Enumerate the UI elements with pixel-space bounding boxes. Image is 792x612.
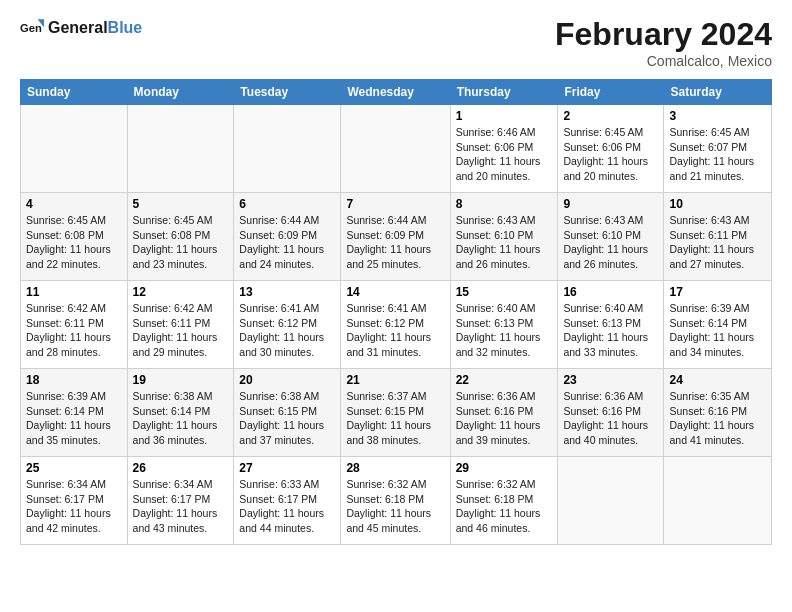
location: Comalcalco, Mexico (555, 53, 772, 69)
calendar-cell: 11Sunrise: 6:42 AMSunset: 6:11 PMDayligh… (21, 281, 128, 369)
svg-text:Gen: Gen (20, 22, 42, 34)
calendar-cell: 18Sunrise: 6:39 AMSunset: 6:14 PMDayligh… (21, 369, 128, 457)
day-number: 20 (239, 373, 335, 387)
header-day-monday: Monday (127, 80, 234, 105)
day-info: Sunrise: 6:43 AMSunset: 6:11 PMDaylight:… (669, 213, 766, 272)
calendar-cell (664, 457, 772, 545)
calendar-week-row: 18Sunrise: 6:39 AMSunset: 6:14 PMDayligh… (21, 369, 772, 457)
calendar-week-row: 25Sunrise: 6:34 AMSunset: 6:17 PMDayligh… (21, 457, 772, 545)
day-number: 18 (26, 373, 122, 387)
header-day-wednesday: Wednesday (341, 80, 450, 105)
day-number: 24 (669, 373, 766, 387)
calendar-cell (127, 105, 234, 193)
day-number: 13 (239, 285, 335, 299)
day-info: Sunrise: 6:34 AMSunset: 6:17 PMDaylight:… (26, 477, 122, 536)
day-info: Sunrise: 6:41 AMSunset: 6:12 PMDaylight:… (346, 301, 444, 360)
calendar-week-row: 4Sunrise: 6:45 AMSunset: 6:08 PMDaylight… (21, 193, 772, 281)
day-info: Sunrise: 6:45 AMSunset: 6:06 PMDaylight:… (563, 125, 658, 184)
calendar-cell: 2Sunrise: 6:45 AMSunset: 6:06 PMDaylight… (558, 105, 664, 193)
day-number: 27 (239, 461, 335, 475)
calendar-cell: 13Sunrise: 6:41 AMSunset: 6:12 PMDayligh… (234, 281, 341, 369)
day-info: Sunrise: 6:45 AMSunset: 6:07 PMDaylight:… (669, 125, 766, 184)
day-number: 26 (133, 461, 229, 475)
day-number: 3 (669, 109, 766, 123)
day-number: 1 (456, 109, 553, 123)
calendar-cell: 20Sunrise: 6:38 AMSunset: 6:15 PMDayligh… (234, 369, 341, 457)
day-info: Sunrise: 6:46 AMSunset: 6:06 PMDaylight:… (456, 125, 553, 184)
day-number: 4 (26, 197, 122, 211)
calendar-cell: 16Sunrise: 6:40 AMSunset: 6:13 PMDayligh… (558, 281, 664, 369)
calendar-cell: 9Sunrise: 6:43 AMSunset: 6:10 PMDaylight… (558, 193, 664, 281)
day-info: Sunrise: 6:43 AMSunset: 6:10 PMDaylight:… (563, 213, 658, 272)
day-number: 19 (133, 373, 229, 387)
day-number: 11 (26, 285, 122, 299)
day-number: 6 (239, 197, 335, 211)
day-number: 2 (563, 109, 658, 123)
calendar-cell (21, 105, 128, 193)
calendar-cell: 14Sunrise: 6:41 AMSunset: 6:12 PMDayligh… (341, 281, 450, 369)
logo-general: General (48, 19, 108, 36)
day-number: 12 (133, 285, 229, 299)
day-info: Sunrise: 6:44 AMSunset: 6:09 PMDaylight:… (239, 213, 335, 272)
day-info: Sunrise: 6:34 AMSunset: 6:17 PMDaylight:… (133, 477, 229, 536)
calendar-cell: 19Sunrise: 6:38 AMSunset: 6:14 PMDayligh… (127, 369, 234, 457)
month-year: February 2024 (555, 16, 772, 53)
day-number: 10 (669, 197, 766, 211)
calendar-cell: 7Sunrise: 6:44 AMSunset: 6:09 PMDaylight… (341, 193, 450, 281)
day-number: 28 (346, 461, 444, 475)
day-info: Sunrise: 6:36 AMSunset: 6:16 PMDaylight:… (563, 389, 658, 448)
calendar-cell: 10Sunrise: 6:43 AMSunset: 6:11 PMDayligh… (664, 193, 772, 281)
day-info: Sunrise: 6:42 AMSunset: 6:11 PMDaylight:… (133, 301, 229, 360)
day-number: 8 (456, 197, 553, 211)
day-info: Sunrise: 6:39 AMSunset: 6:14 PMDaylight:… (26, 389, 122, 448)
day-number: 9 (563, 197, 658, 211)
calendar-cell: 4Sunrise: 6:45 AMSunset: 6:08 PMDaylight… (21, 193, 128, 281)
calendar-cell: 24Sunrise: 6:35 AMSunset: 6:16 PMDayligh… (664, 369, 772, 457)
calendar-header-row: SundayMondayTuesdayWednesdayThursdayFrid… (21, 80, 772, 105)
calendar-cell: 17Sunrise: 6:39 AMSunset: 6:14 PMDayligh… (664, 281, 772, 369)
day-info: Sunrise: 6:38 AMSunset: 6:15 PMDaylight:… (239, 389, 335, 448)
calendar-cell: 25Sunrise: 6:34 AMSunset: 6:17 PMDayligh… (21, 457, 128, 545)
day-info: Sunrise: 6:43 AMSunset: 6:10 PMDaylight:… (456, 213, 553, 272)
day-number: 14 (346, 285, 444, 299)
day-number: 22 (456, 373, 553, 387)
calendar-cell (341, 105, 450, 193)
calendar-cell: 6Sunrise: 6:44 AMSunset: 6:09 PMDaylight… (234, 193, 341, 281)
day-number: 15 (456, 285, 553, 299)
calendar-cell: 23Sunrise: 6:36 AMSunset: 6:16 PMDayligh… (558, 369, 664, 457)
day-info: Sunrise: 6:38 AMSunset: 6:14 PMDaylight:… (133, 389, 229, 448)
header-day-saturday: Saturday (664, 80, 772, 105)
day-info: Sunrise: 6:41 AMSunset: 6:12 PMDaylight:… (239, 301, 335, 360)
calendar-cell: 12Sunrise: 6:42 AMSunset: 6:11 PMDayligh… (127, 281, 234, 369)
day-info: Sunrise: 6:32 AMSunset: 6:18 PMDaylight:… (346, 477, 444, 536)
header-day-thursday: Thursday (450, 80, 558, 105)
calendar-cell (558, 457, 664, 545)
header-day-tuesday: Tuesday (234, 80, 341, 105)
calendar-cell: 29Sunrise: 6:32 AMSunset: 6:18 PMDayligh… (450, 457, 558, 545)
logo-icon: Gen (20, 16, 44, 40)
calendar-week-row: 11Sunrise: 6:42 AMSunset: 6:11 PMDayligh… (21, 281, 772, 369)
calendar-table: SundayMondayTuesdayWednesdayThursdayFrid… (20, 79, 772, 545)
calendar-cell: 26Sunrise: 6:34 AMSunset: 6:17 PMDayligh… (127, 457, 234, 545)
calendar-week-row: 1Sunrise: 6:46 AMSunset: 6:06 PMDaylight… (21, 105, 772, 193)
day-number: 17 (669, 285, 766, 299)
page-header: Gen GeneralBlue February 2024 Comalcalco… (20, 16, 772, 69)
day-info: Sunrise: 6:45 AMSunset: 6:08 PMDaylight:… (133, 213, 229, 272)
calendar-cell: 15Sunrise: 6:40 AMSunset: 6:13 PMDayligh… (450, 281, 558, 369)
day-number: 25 (26, 461, 122, 475)
calendar-cell: 8Sunrise: 6:43 AMSunset: 6:10 PMDaylight… (450, 193, 558, 281)
calendar-cell: 5Sunrise: 6:45 AMSunset: 6:08 PMDaylight… (127, 193, 234, 281)
day-info: Sunrise: 6:39 AMSunset: 6:14 PMDaylight:… (669, 301, 766, 360)
title-block: February 2024 Comalcalco, Mexico (555, 16, 772, 69)
header-day-sunday: Sunday (21, 80, 128, 105)
day-info: Sunrise: 6:32 AMSunset: 6:18 PMDaylight:… (456, 477, 553, 536)
day-info: Sunrise: 6:35 AMSunset: 6:16 PMDaylight:… (669, 389, 766, 448)
day-number: 5 (133, 197, 229, 211)
day-info: Sunrise: 6:36 AMSunset: 6:16 PMDaylight:… (456, 389, 553, 448)
day-number: 7 (346, 197, 444, 211)
calendar-cell: 3Sunrise: 6:45 AMSunset: 6:07 PMDaylight… (664, 105, 772, 193)
calendar-cell: 22Sunrise: 6:36 AMSunset: 6:16 PMDayligh… (450, 369, 558, 457)
day-info: Sunrise: 6:40 AMSunset: 6:13 PMDaylight:… (563, 301, 658, 360)
logo-blue: Blue (108, 19, 143, 36)
calendar-cell: 1Sunrise: 6:46 AMSunset: 6:06 PMDaylight… (450, 105, 558, 193)
